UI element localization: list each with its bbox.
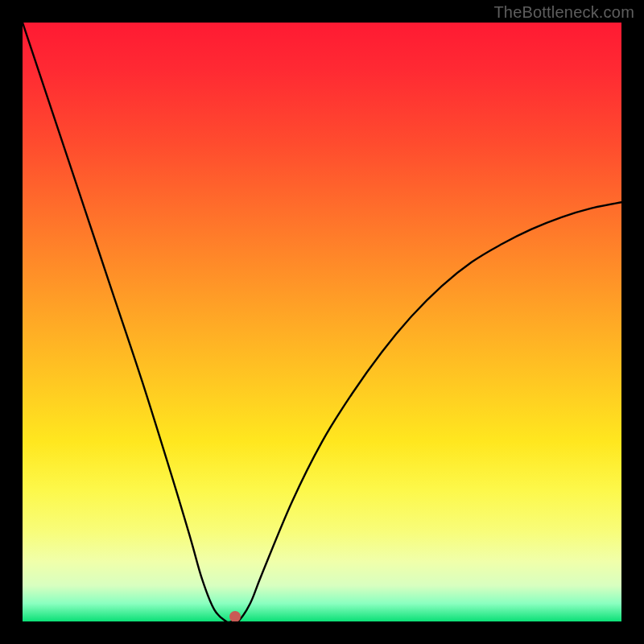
chart-frame: TheBottleneck.com	[0, 0, 644, 644]
watermark-text: TheBottleneck.com	[493, 3, 634, 22]
plot-area	[23, 23, 621, 621]
bottleneck-curve	[23, 23, 621, 621]
optimal-point-marker	[229, 611, 241, 621]
